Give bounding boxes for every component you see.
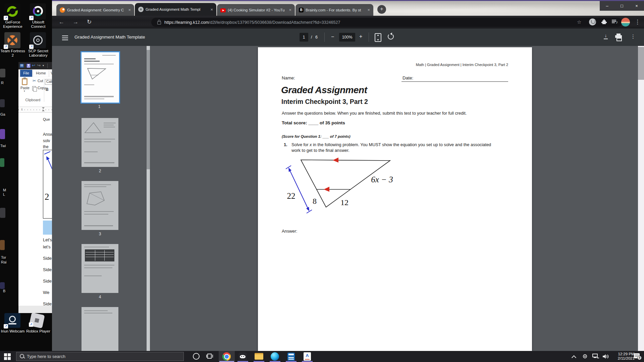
zoom-out-icon[interactable]: − [331, 34, 334, 40]
tab-partial[interactable]: V [50, 70, 52, 77]
undo-icon[interactable]: ↩ [32, 63, 35, 68]
tab-file[interactable]: File [20, 70, 32, 77]
font-name-input[interactable]: Cali [45, 79, 52, 85]
pdf-overflow-menu-icon[interactable]: ⋮ [631, 34, 636, 40]
volume-tray-icon[interactable] [602, 354, 610, 359]
rotate-icon[interactable] [387, 33, 394, 40]
pdf-scrollbar[interactable] [638, 46, 644, 351]
start-button[interactable] [4, 353, 11, 360]
taskbar-document-app-button[interactable]: A [299, 351, 315, 362]
copy-label[interactable]: Copy [38, 86, 46, 90]
thumbnail-page-3[interactable] [82, 181, 118, 230]
fit-page-icon[interactable] [375, 33, 381, 42]
print-icon[interactable] [615, 34, 622, 40]
desktop-icon-label[interactable]: SCP Secret Laboratory [25, 49, 51, 58]
hidden-icons-chevron[interactable] [572, 355, 576, 359]
cut-icon[interactable]: ✂ [33, 78, 36, 83]
page-number-input[interactable]: 1 [300, 33, 308, 42]
close-tab-icon[interactable]: × [288, 7, 292, 12]
webcam-tray-icon[interactable] [582, 354, 588, 359]
thumbnail-page-4[interactable] [82, 244, 118, 293]
new-tab-button[interactable]: + [377, 5, 386, 14]
paste-icon[interactable] [22, 78, 28, 85]
media-controls-icon[interactable]: ♪ [612, 19, 619, 24]
pdf-scrollbar-thumb[interactable] [638, 47, 644, 80]
desktop-icon-tf2[interactable]: ↗ [4, 32, 20, 48]
desktop-icon-label[interactable]: Roblox Player [23, 329, 53, 334]
desktop-icon-label[interactable]: Iriun Webcam [0, 329, 26, 334]
url-host: https://learning.k12.com [164, 20, 209, 25]
notification-center-icon[interactable]: 3 [634, 353, 642, 360]
task-view-icon[interactable] [206, 353, 213, 359]
cut-label[interactable]: Cut [38, 79, 43, 83]
paste-label[interactable]: Paste [20, 86, 29, 90]
desktop-icon-partial[interactable] [0, 99, 5, 107]
desktop-icon-partial[interactable] [0, 69, 5, 77]
maximize-button[interactable]: □ [614, 1, 629, 11]
thumbnail-label: 4 [80, 295, 120, 299]
desktop-icon-partial[interactable] [0, 282, 5, 289]
paste-dropdown-icon[interactable]: ▾ [24, 90, 25, 93]
thumbnail-page-2[interactable] [82, 118, 118, 167]
desktop-icon-ubisoft[interactable]: ↗ [30, 3, 46, 19]
zoom-level[interactable]: 100% [339, 33, 355, 42]
thumbnail-scrollbar[interactable] [147, 46, 150, 351]
reload-icon[interactable]: ↻ [87, 19, 92, 25]
close-tab-icon[interactable]: × [127, 7, 131, 12]
thumbnail-page-5[interactable] [82, 307, 118, 351]
desktop-icon-label[interactable]: GeForce Experience [0, 20, 26, 29]
profile-avatar[interactable] [621, 18, 630, 26]
qat-dropdown-icon[interactable]: ▾ [43, 64, 44, 67]
close-tab-icon[interactable]: × [367, 7, 371, 12]
thumbnail-page-1[interactable] [80, 51, 120, 104]
bold-button[interactable]: B [46, 87, 49, 92]
thumbnail-scrollbar-thumb[interactable] [147, 50, 150, 169]
taskbar-edge-button[interactable] [267, 351, 283, 362]
bookmark-star-icon[interactable]: ☆ [577, 19, 581, 25]
minimize-button[interactable]: – [600, 1, 614, 11]
tab-graded-assignment-geometry[interactable]: Graded Assignment: Geometry C × [56, 4, 134, 16]
taskbar-calculator-button[interactable] [283, 351, 299, 362]
tab-brainly[interactable]: B Brainly.com - For students. By st × [296, 4, 373, 16]
desktop-icon-iriun[interactable]: ↗ [4, 313, 20, 328]
desktop-icon-geforce[interactable]: ↗ [4, 3, 20, 19]
extension-icon[interactable] [589, 18, 596, 25]
tab-cooking-simulator-youtube[interactable]: (4) Cooking Simulator #2 - YouTu × [217, 4, 295, 16]
cortana-icon[interactable] [193, 353, 200, 360]
desktop-icon-partial[interactable] [0, 208, 5, 218]
desktop-icon-partial[interactable] [0, 240, 5, 250]
address-bar[interactable]: https://learning.k12.com/d2l/le/dropbox/… [151, 18, 622, 27]
back-icon[interactable]: ← [59, 19, 64, 25]
desktop-icon-scp[interactable]: ↗ [30, 32, 46, 48]
desktop-icon-partial[interactable] [0, 158, 4, 167]
network-tray-icon[interactable] [592, 354, 599, 359]
word-figure-box[interactable]: 2 [43, 150, 52, 219]
taskbar-discord-button[interactable] [235, 351, 251, 362]
browser-menu-icon[interactable]: ⋮ [635, 19, 640, 25]
word-scroll-strip[interactable] [18, 306, 52, 313]
indent-marker[interactable] [42, 107, 45, 109]
padlock-icon[interactable] [157, 21, 161, 24]
close-button[interactable]: × [629, 1, 644, 11]
close-tab-icon[interactable]: × [210, 7, 214, 12]
url-text[interactable]: https://learning.k12.com/d2l/le/dropbox/… [164, 20, 340, 25]
download-icon[interactable]: ↓ [602, 33, 609, 41]
desktop-icon-partial[interactable] [0, 129, 5, 139]
taskbar-chrome-button[interactable] [219, 351, 235, 362]
save-icon[interactable] [26, 64, 31, 68]
tab-home[interactable]: Home [34, 70, 48, 77]
pdf-menu-icon[interactable] [62, 34, 68, 42]
tab-graded-assignment-math-template[interactable]: Graded Assignment Math Templ × [135, 3, 216, 16]
forward-icon[interactable]: → [73, 19, 78, 25]
copy-icon[interactable] [32, 86, 36, 90]
redo-icon[interactable]: ↪ [37, 63, 41, 68]
thumbnail-label: 3 [80, 232, 120, 236]
taskbar-search-input[interactable]: Type here to search [16, 352, 184, 361]
zoom-in-icon[interactable]: + [359, 34, 362, 40]
extensions-puzzle-icon[interactable] [601, 19, 607, 25]
word-document-area[interactable]: Que Answ solv the 2 Let's let's Side Sid… [18, 113, 52, 306]
q1-text-line2: work to get to the final answer. [291, 148, 350, 153]
taskbar-explorer-button[interactable] [251, 351, 267, 362]
desktop-icon-label[interactable]: Team Fortress 2 [0, 49, 26, 58]
desktop-icon-label[interactable]: Ubisoft Connect [25, 20, 51, 29]
